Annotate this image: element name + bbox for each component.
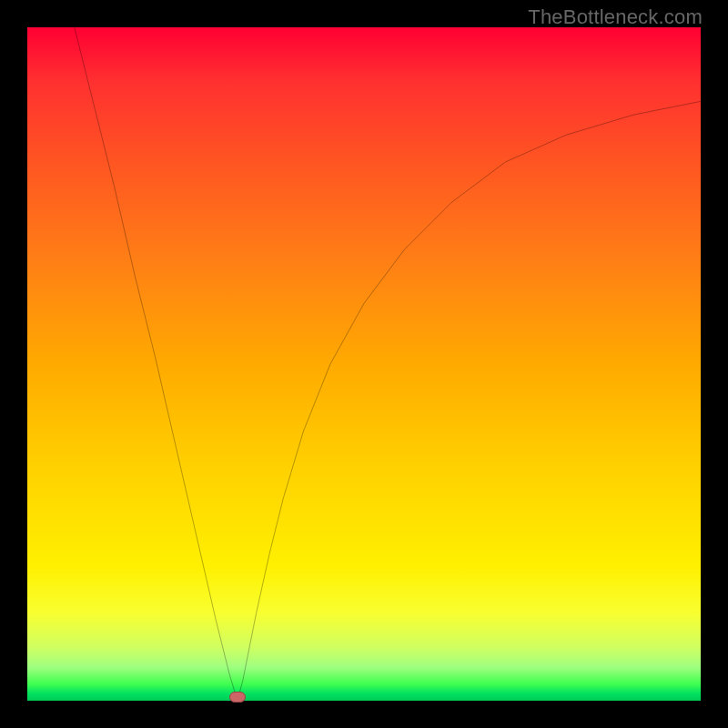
minimum-point-marker bbox=[229, 692, 246, 703]
plot-area bbox=[27, 27, 701, 701]
chart-frame: TheBottleneck.com bbox=[0, 0, 728, 728]
bottleneck-curve bbox=[27, 27, 701, 701]
watermark-text: TheBottleneck.com bbox=[528, 5, 703, 29]
